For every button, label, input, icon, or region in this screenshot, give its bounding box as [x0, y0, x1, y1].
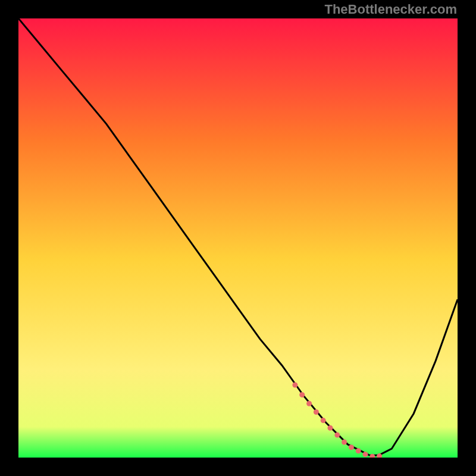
valley-dot: [292, 383, 298, 388]
bottleneck-curve: [18, 18, 458, 458]
valley-dot: [334, 433, 340, 438]
valley-dot: [299, 392, 305, 397]
valley-dot: [328, 425, 333, 431]
valley-dot: [356, 448, 361, 453]
curve-line: [18, 18, 458, 455]
chart-container: TheBottlenecker.com: [0, 0, 476, 476]
valley-dot: [342, 440, 347, 445]
watermark-text: TheBottlenecker.com: [324, 2, 457, 17]
valley-dot: [369, 454, 375, 458]
valley-dot: [321, 418, 326, 423]
valley-dot: [306, 401, 312, 406]
plot-area: [18, 18, 458, 458]
valley-dot: [314, 409, 319, 415]
valley-dot: [363, 452, 368, 457]
valley-dot: [349, 444, 354, 450]
valley-dots: [292, 383, 382, 458]
